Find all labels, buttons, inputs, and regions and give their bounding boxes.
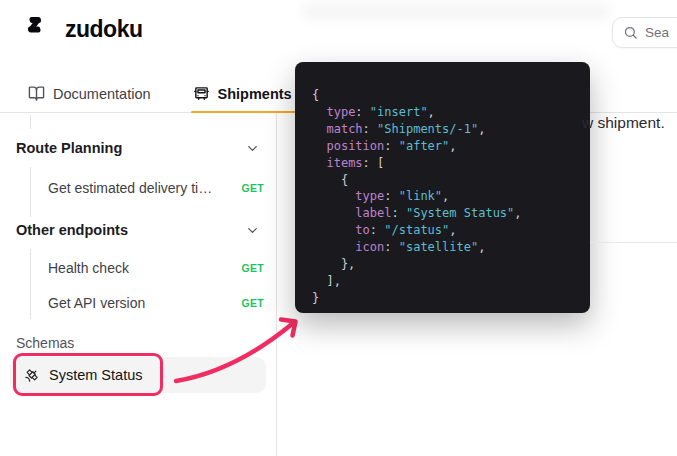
sidebar-item-get-estimated-delivery[interactable]: Get estimated delivery ti… GET: [32, 173, 264, 203]
truck-icon: [193, 85, 210, 102]
tab-label: Documentation: [53, 86, 151, 102]
sidebar-item-get-api-version[interactable]: Get API version GET: [32, 288, 264, 318]
endpoint-label: Get API version: [48, 295, 145, 311]
search-input[interactable]: Sea: [612, 17, 677, 48]
schema-item-label: System Status: [49, 367, 142, 383]
satellite-icon: [24, 368, 39, 383]
indent-guide: [30, 249, 31, 319]
method-badge: GET: [242, 297, 265, 309]
logo[interactable]: zudoku: [26, 14, 143, 44]
sidebar-group-other-endpoints[interactable]: Other endpoints: [16, 218, 260, 242]
book-open-icon: [28, 85, 45, 102]
sidebar: Route Planning Get estimated delivery ti…: [0, 113, 277, 456]
endpoint-label: Get estimated delivery ti…: [48, 180, 212, 196]
sidebar-group-route-planning[interactable]: Route Planning: [16, 136, 260, 160]
search-visible-text: Sea: [645, 25, 669, 40]
tab-shipments[interactable]: Shipments: [193, 78, 292, 109]
endpoint-label: Health check: [48, 260, 129, 276]
indent-guide: [30, 115, 31, 129]
chevron-down-icon: [245, 141, 260, 156]
header: zudoku Sea: [0, 0, 677, 62]
code-snippet: { type: "insert", match: "Shipments/-1",…: [312, 87, 576, 307]
method-badge: GET: [242, 182, 265, 194]
search-icon: [623, 25, 638, 40]
group-label: Other endpoints: [16, 222, 128, 238]
logo-text: zudoku: [65, 16, 143, 43]
indent-guide: [30, 167, 31, 217]
content-partial-text: w shipment.: [582, 114, 665, 132]
schemas-section-label: Schemas: [16, 335, 74, 351]
tab-label: Shipments: [218, 86, 292, 102]
group-label: Route Planning: [16, 140, 122, 156]
top-blur-artifact: [302, 4, 610, 19]
code-overlay-popover: { type: "insert", match: "Shipments/-1",…: [295, 62, 590, 313]
sidebar-item-system-status[interactable]: System Status: [10, 357, 266, 393]
tab-documentation[interactable]: Documentation: [28, 78, 151, 109]
zudoku-logo-icon: [26, 14, 56, 44]
method-badge: GET: [242, 262, 265, 274]
chevron-down-icon: [245, 223, 260, 238]
sidebar-item-health-check[interactable]: Health check GET: [32, 253, 264, 283]
content-divider: [590, 242, 677, 243]
